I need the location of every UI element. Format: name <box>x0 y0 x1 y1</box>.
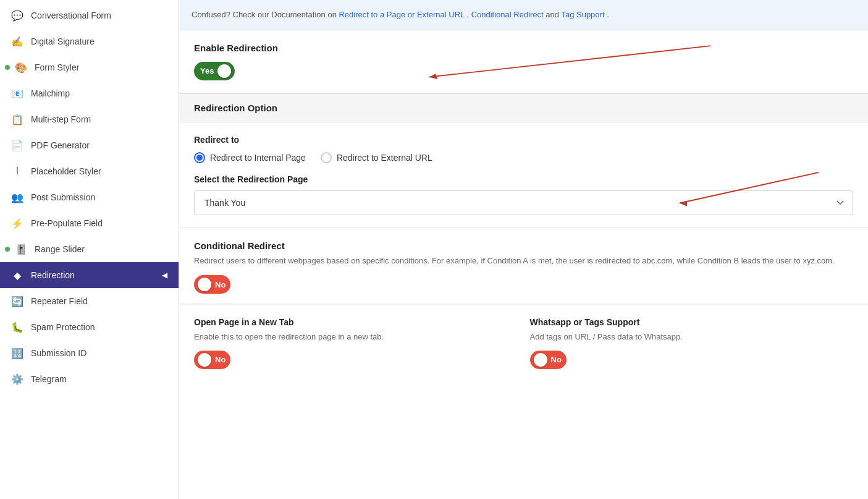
icon-submission-id: 🔢 <box>11 347 23 359</box>
main-inner: Confused? Check our Documentation on Red… <box>179 0 868 382</box>
label-multi-step-form: Multi-step Form <box>31 114 91 124</box>
redirect-to-section: Redirect to Redirect to Internal Page Re… <box>179 122 868 168</box>
sidebar-item-form-styler[interactable]: 🎨Form Styler <box>0 54 179 80</box>
conditional-redirect-knob <box>198 278 211 291</box>
label-repeater-field: Repeater Field <box>31 296 88 306</box>
icon-range-slider: 🎚️ <box>15 243 27 255</box>
label-range-slider: Range Slider <box>35 244 85 254</box>
open-tab-toggle[interactable]: No <box>194 351 230 369</box>
enable-redirection-title: Enable Redirection <box>194 43 853 53</box>
enable-redirection-section: Enable Redirection Yes <box>179 30 868 93</box>
active-dot-form-styler <box>5 65 10 70</box>
label-telegram: Telegram <box>31 374 67 384</box>
open-tab-desc: Enable this to open the redirection page… <box>194 331 518 343</box>
icon-mailchimp: 📧 <box>11 87 23 100</box>
open-tab-title: Open Page in a New Tab <box>194 317 518 327</box>
conditional-redirect-section: Conditional Redirect Redirect users to d… <box>179 228 868 304</box>
radio-internal[interactable]: Redirect to Internal Page <box>194 152 306 163</box>
sidebar-item-mailchimp[interactable]: 📧Mailchimp <box>0 80 179 106</box>
label-form-styler: Form Styler <box>35 62 79 72</box>
redirect-to-label: Redirect to <box>194 135 853 145</box>
separator2: and <box>546 10 561 19</box>
icon-spam-protection: 🐛 <box>11 321 23 333</box>
open-tab-card: Open Page in a New Tab Enable this to op… <box>194 317 518 369</box>
info-text: Confused? Check our Documentation on <box>192 10 339 19</box>
icon-pdf-generator: 📄 <box>11 139 23 151</box>
icon-digital-signature: ✍️ <box>11 35 23 48</box>
whatsapp-card: Whatsapp or Tags Support Add tags on URL… <box>530 317 854 369</box>
sidebar-item-range-slider[interactable]: 🎚️Range Slider <box>0 236 179 262</box>
toggle-yes-knob <box>217 64 231 78</box>
whatsapp-toggle[interactable]: No <box>530 351 567 369</box>
sidebar-item-multi-step-form[interactable]: 📋Multi-step Form <box>0 106 179 132</box>
sidebar: 💬Conversational Form✍️Digital Signature🎨… <box>0 0 179 499</box>
radio-external[interactable]: Redirect to External URL <box>321 152 432 163</box>
sidebar-item-telegram[interactable]: ⚙️Telegram <box>0 366 179 392</box>
arrow-redirection: ◀ <box>162 271 167 279</box>
conditional-redirect-desc: Redirect users to different webpages bas… <box>194 255 853 267</box>
sidebar-item-submission-id[interactable]: 🔢Submission ID <box>0 340 179 366</box>
conditional-redirect-toggle-label: No <box>215 280 225 289</box>
enable-redirection-toggle[interactable]: Yes <box>194 62 235 80</box>
sidebar-item-post-submission[interactable]: 👥Post Submission <box>0 184 179 210</box>
label-redirection: Redirection <box>31 270 75 280</box>
sidebar-item-placeholder-styler[interactable]: IPlaceholder Styler <box>0 158 179 184</box>
whatsapp-knob <box>534 353 547 367</box>
radio-external-label: Redirect to External URL <box>337 153 432 163</box>
icon-conversational-form: 💬 <box>11 9 23 22</box>
label-pdf-generator: PDF Generator <box>31 140 90 150</box>
conditional-redirect-title: Conditional Redirect <box>194 241 853 251</box>
sidebar-item-digital-signature[interactable]: ✍️Digital Signature <box>0 28 179 54</box>
label-pre-populate-field: Pre-Populate Field <box>31 218 103 228</box>
sidebar-item-redirection[interactable]: ◆Redirection◀ <box>0 262 179 288</box>
whatsapp-toggle-label: No <box>551 355 562 364</box>
radio-internal-circle <box>194 152 205 163</box>
radio-internal-label: Redirect to Internal Page <box>210 153 306 163</box>
enable-redirection-toggle-row: Yes <box>194 62 853 80</box>
separator1: , <box>466 10 471 19</box>
icon-placeholder-styler: I <box>11 165 23 177</box>
info-banner: Confused? Check our Documentation on Red… <box>179 0 868 30</box>
link-conditional-redirect[interactable]: Conditional Redirect <box>471 10 544 19</box>
label-post-submission: Post Submission <box>31 192 95 202</box>
conditional-redirect-toggle[interactable]: No <box>194 275 230 294</box>
icon-repeater-field: 🔄 <box>11 295 23 307</box>
icon-pre-populate-field: ⚡ <box>11 217 23 229</box>
link-tag-support[interactable]: Tag Support <box>561 10 604 19</box>
active-dot-range-slider <box>5 247 10 252</box>
whatsapp-title: Whatsapp or Tags Support <box>530 317 854 327</box>
period: . <box>607 10 609 19</box>
open-tab-toggle-label: No <box>215 355 225 364</box>
link-redirect-page[interactable]: Redirect to a Page or External URL <box>339 10 464 19</box>
icon-multi-step-form: 📋 <box>11 113 23 126</box>
icon-redirection: ◆ <box>11 269 23 281</box>
whatsapp-desc: Add tags on URL / Pass data to Whatsapp. <box>530 331 854 343</box>
sidebar-item-repeater-field[interactable]: 🔄Repeater Field <box>0 288 179 314</box>
bottom-grid: Open Page in a New Tab Enable this to op… <box>179 304 868 382</box>
label-placeholder-styler: Placeholder Styler <box>31 166 101 176</box>
icon-form-styler: 🎨 <box>15 61 27 74</box>
radio-external-circle <box>321 152 332 163</box>
redirection-page-select[interactable]: Thank You Home About Us Contact <box>194 190 853 215</box>
label-mailchimp: Mailchimp <box>31 88 70 98</box>
redirection-option-header: Redirection Option <box>179 93 868 122</box>
sidebar-item-pdf-generator[interactable]: 📄PDF Generator <box>0 132 179 158</box>
open-tab-knob <box>198 353 211 367</box>
radio-group: Redirect to Internal Page Redirect to Ex… <box>194 152 853 163</box>
sidebar-item-conversational-form[interactable]: 💬Conversational Form <box>0 2 179 28</box>
main-content: Confused? Check our Documentation on Red… <box>179 0 868 499</box>
label-conversational-form: Conversational Form <box>31 11 111 20</box>
toggle-yes-label: Yes <box>200 66 214 75</box>
icon-telegram: ⚙️ <box>11 373 23 385</box>
label-spam-protection: Spam Protection <box>31 322 95 332</box>
sidebar-item-pre-populate-field[interactable]: ⚡Pre-Populate Field <box>0 210 179 236</box>
sidebar-item-spam-protection[interactable]: 🐛Spam Protection <box>0 314 179 340</box>
select-redirection-section: Select the Redirection Page Thank You Ho… <box>179 168 868 228</box>
label-digital-signature: Digital Signature <box>31 36 95 46</box>
select-page-label: Select the Redirection Page <box>194 174 853 184</box>
label-submission-id: Submission ID <box>31 348 86 358</box>
icon-post-submission: 👥 <box>11 191 23 203</box>
